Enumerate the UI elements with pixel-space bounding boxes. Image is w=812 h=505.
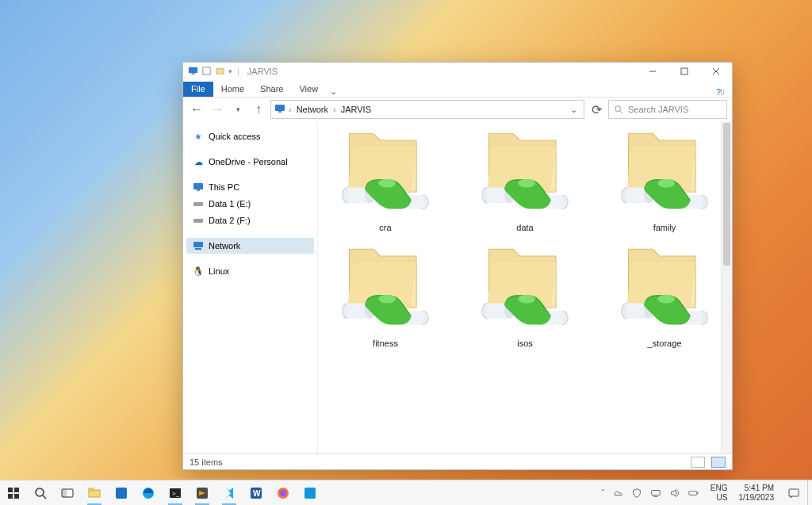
content-area: cradatafamilyfitnessisos_storage: [318, 121, 732, 453]
pc-icon: [193, 182, 204, 193]
task-view-button[interactable]: [54, 480, 81, 506]
search-button[interactable]: [27, 480, 54, 506]
view-details-button[interactable]: [691, 457, 705, 468]
share-item-_storage[interactable]: _storage: [608, 240, 721, 348]
svg-rect-28: [62, 489, 67, 497]
network-share-icon: [334, 124, 437, 220]
svg-text:W: W: [253, 489, 261, 498]
taskbar-firefox[interactable]: [270, 480, 297, 506]
address-dropdown-icon[interactable]: ⌄: [567, 105, 580, 115]
linux-icon: 🐧: [193, 266, 204, 277]
vertical-scrollbar[interactable]: [721, 121, 732, 453]
svg-rect-21: [8, 488, 13, 492]
network-share-icon: [613, 124, 716, 220]
nav-pane: ★ Quick access ☁ OneDrive - Personal Thi…: [183, 121, 318, 453]
explorer-window: ▾ | JARVIS File Home Share View ⌄ ?⃝ ← →…: [182, 62, 733, 470]
share-item-cra[interactable]: cra: [329, 124, 442, 232]
address-row: ← → ▾ ↑ › Network › JARVIS ⌄ ⟳ Search JA…: [183, 98, 732, 121]
tab-view[interactable]: View: [291, 82, 326, 97]
drive-icon: [193, 215, 204, 226]
tab-share[interactable]: Share: [252, 82, 291, 97]
qat-dropdown-icon[interactable]: ▾: [228, 67, 232, 75]
search-box[interactable]: Search JARVIS: [608, 100, 727, 119]
share-item-fitness[interactable]: fitness: [329, 240, 442, 348]
nav-data2[interactable]: Data 2 (F:): [186, 212, 314, 228]
item-label: isos: [517, 339, 533, 348]
taskbar-sublime[interactable]: [189, 480, 216, 506]
svg-rect-18: [193, 219, 203, 223]
nav-data1[interactable]: Data 1 (E:): [186, 196, 314, 212]
nav-linux[interactable]: 🐧 Linux: [186, 263, 314, 279]
forward-button[interactable]: →: [209, 101, 226, 118]
svg-rect-9: [203, 67, 210, 74]
taskbar-explorer[interactable]: [81, 480, 108, 506]
taskbar-app[interactable]: [297, 480, 324, 506]
tray-defender-icon[interactable]: [631, 488, 642, 499]
taskbar-edge[interactable]: [135, 480, 162, 506]
item-label: fitness: [373, 339, 398, 348]
cloud-icon: ☁: [193, 156, 204, 167]
item-label: family: [653, 223, 676, 232]
tray-network-icon[interactable]: [650, 488, 661, 499]
clock[interactable]: 5:41 PM 1/19/2023: [733, 484, 781, 503]
drive-icon: [193, 198, 204, 209]
nav-network[interactable]: Network: [186, 238, 314, 254]
address-icon: [274, 103, 285, 116]
close-button[interactable]: [700, 63, 732, 80]
action-center-button[interactable]: [780, 480, 807, 506]
nav-onedrive[interactable]: ☁ OneDrive - Personal: [186, 154, 314, 170]
svg-rect-24: [14, 494, 19, 499]
network-share-icon: [473, 240, 576, 335]
share-item-data[interactable]: data: [469, 124, 581, 232]
tray-battery-icon[interactable]: [688, 488, 699, 499]
svg-text:>_: >_: [172, 490, 180, 497]
qat-properties-icon[interactable]: [201, 66, 212, 78]
minimize-button[interactable]: [637, 63, 668, 80]
svg-point-39: [280, 490, 286, 496]
start-button[interactable]: [0, 480, 27, 506]
maximize-button[interactable]: [668, 63, 700, 80]
share-item-family[interactable]: family: [608, 124, 721, 232]
tray-volume-icon[interactable]: [669, 488, 680, 499]
network-icon: [193, 240, 204, 251]
back-button[interactable]: ←: [188, 101, 205, 118]
tray-chevron-up-icon[interactable]: ˆ: [601, 488, 604, 498]
ribbon-expand-icon[interactable]: ⌄: [326, 86, 340, 97]
refresh-button[interactable]: ⟳: [588, 101, 605, 118]
tab-home[interactable]: Home: [213, 82, 252, 97]
svg-rect-41: [652, 490, 661, 495]
recent-dropdown-icon[interactable]: ▾: [229, 101, 247, 118]
show-desktop-button[interactable]: [807, 480, 812, 506]
window-icon: [188, 66, 198, 78]
status-bar: 15 items: [183, 453, 732, 469]
help-icon[interactable]: ?⃝: [713, 87, 732, 97]
svg-point-25: [36, 488, 44, 496]
breadcrumb-network[interactable]: Network: [295, 105, 330, 114]
svg-rect-45: [789, 489, 799, 496]
window-title: JARVIS: [247, 67, 278, 76]
breadcrumb-jarvis[interactable]: JARVIS: [339, 105, 373, 114]
svg-rect-17: [193, 202, 203, 206]
view-large-icons-button[interactable]: [711, 457, 726, 468]
taskbar-storeapp[interactable]: [108, 480, 135, 506]
address-bar[interactable]: › Network › JARVIS ⌄: [270, 100, 584, 119]
share-item-isos[interactable]: isos: [469, 240, 581, 348]
taskbar-vscode[interactable]: [216, 480, 243, 506]
nav-this-pc[interactable]: This PC: [186, 179, 314, 195]
system-tray[interactable]: ˆ: [595, 488, 706, 499]
taskbar: >_ W ˆ ENG US 5:41 PM 1/19/2023: [0, 480, 812, 505]
tray-onedrive-icon[interactable]: [612, 488, 623, 499]
taskbar-word[interactable]: W: [243, 480, 270, 506]
taskbar-terminal[interactable]: >_: [162, 480, 189, 506]
up-button[interactable]: ↑: [250, 101, 267, 118]
network-share-icon: [613, 240, 716, 335]
svg-line-16: [620, 111, 622, 113]
star-icon: ★: [193, 131, 204, 142]
qat-newfolder-icon[interactable]: [215, 66, 225, 78]
status-text: 15 items: [190, 457, 223, 467]
tab-file[interactable]: File: [183, 82, 213, 97]
nav-quick-access[interactable]: ★ Quick access: [186, 128, 314, 144]
language-indicator[interactable]: ENG US: [706, 484, 733, 503]
network-share-icon: [334, 240, 437, 335]
scrollbar-thumb[interactable]: [723, 123, 730, 266]
